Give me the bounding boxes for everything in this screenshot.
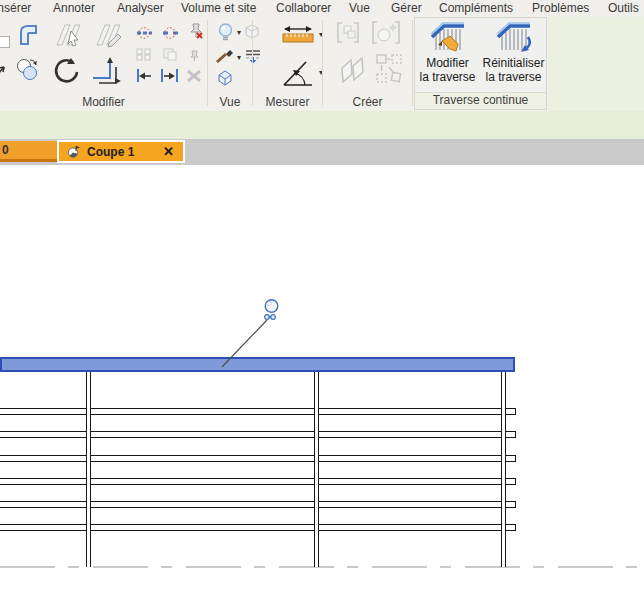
reset-rail-button[interactable]: Réinitialiser la traverse (481, 20, 546, 92)
pin-icon-glyph (188, 50, 201, 62)
measure-icon[interactable] (280, 25, 316, 48)
move-icon[interactable] (0, 61, 7, 83)
lightbulb-icon[interactable] (218, 23, 233, 46)
view-tab-label: Coupe 1 (87, 145, 163, 159)
modify-rail-label-line1: Modifier (426, 56, 469, 70)
brush-icon[interactable] (215, 48, 234, 68)
unpin-icon-glyph (186, 22, 204, 39)
panel-label-vue: Vue (208, 94, 252, 110)
menu-bar: Insérer Annoter Analyser Volume et site … (0, 0, 644, 17)
create-similar-icon[interactable] (371, 20, 401, 49)
rotate-icon-glyph (52, 56, 82, 84)
modify-rail-button[interactable]: Modifier la traverse (416, 20, 479, 92)
horizontal-rail[interactable] (0, 431, 516, 438)
menu-vue[interactable]: Vue (349, 0, 370, 17)
assembly-icon[interactable] (338, 55, 369, 90)
rotate-icon[interactable] (52, 56, 82, 88)
lightbulb-dropdown-icon[interactable]: ▾ (237, 29, 241, 37)
section-box-icon[interactable] (215, 69, 235, 90)
brush-icon-glyph (215, 48, 234, 64)
menu-analyser[interactable]: Analyser (117, 0, 164, 17)
cut-profile-icon-glyph (92, 22, 124, 48)
copy-icon[interactable] (14, 57, 42, 86)
menu-collaborer[interactable]: Collaborer (276, 0, 331, 17)
baluster-post[interactable] (86, 371, 91, 567)
reset-rail-label-line1: Réinitialiser (482, 56, 544, 70)
cope-icon[interactable] (16, 23, 46, 49)
baluster-post[interactable] (501, 371, 506, 567)
create-group-icon[interactable] (336, 21, 360, 48)
cut-geometry-icon-glyph (52, 22, 84, 48)
split-with-gap-icon[interactable] (162, 25, 179, 43)
brush-dropdown-icon[interactable]: ▾ (237, 54, 241, 62)
offset-icon[interactable] (90, 56, 122, 88)
delete-icon[interactable] (186, 69, 202, 87)
horizontal-rail[interactable] (0, 455, 516, 462)
trim-icon[interactable] (134, 68, 153, 87)
reset-rail-label-line2: la traverse (485, 70, 541, 84)
panel-label-traverse-continue: Traverse continue (415, 92, 546, 109)
unpin-icon[interactable] (186, 22, 204, 43)
delete-icon-glyph (186, 69, 202, 83)
panel-label-mesurer: Mesurer (253, 94, 322, 110)
section-box-icon-glyph (215, 69, 235, 86)
menu-inserer[interactable]: Insérer (0, 0, 31, 17)
ground-reference-line[interactable] (0, 566, 644, 568)
modify-rail-icon (429, 21, 467, 55)
cut-profile-icon[interactable] (92, 22, 124, 52)
trim-icon-glyph (134, 68, 153, 83)
assembly-icon-glyph (338, 55, 369, 86)
cope-icon-glyph (16, 23, 46, 45)
angle-icon[interactable] (281, 55, 315, 92)
parts-icon-glyph (375, 53, 404, 85)
menu-complements[interactable]: Compléments (439, 0, 513, 17)
view-tab-bar: 0 Coupe 1 ✕ (0, 139, 644, 165)
offset-icon-glyph (90, 56, 122, 84)
move-icon-glyph (0, 61, 7, 79)
copy-icon-glyph (14, 57, 42, 82)
extend-icon-glyph (159, 68, 180, 83)
baluster-post[interactable] (314, 371, 319, 567)
horizontal-rail[interactable] (0, 524, 516, 531)
horizontal-rail[interactable] (0, 501, 516, 508)
section-marker-icon (67, 145, 80, 158)
horizontal-rail[interactable] (0, 408, 516, 415)
lightbulb-icon-glyph (218, 23, 233, 42)
view-tab-coupe-1[interactable]: Coupe 1 ✕ (57, 140, 185, 163)
revit-window: { "menubar": { "items": ["Insérer","Anno… (0, 0, 644, 611)
split-element-icon-glyph (136, 26, 153, 39)
parts-icon[interactable] (375, 53, 404, 89)
create-group-icon-glyph (336, 21, 360, 44)
array-icon[interactable] (136, 47, 152, 65)
partial-button-icon[interactable] (0, 36, 10, 48)
leader-line (212, 315, 272, 371)
split-element-icon[interactable] (136, 25, 153, 43)
underlay-icon[interactable] (244, 49, 262, 68)
view-tab-partial[interactable]: 0 (0, 141, 59, 162)
extend-icon[interactable] (159, 68, 180, 87)
menu-volume-site[interactable]: Volume et site (181, 0, 256, 17)
group-small-icon-glyph (162, 48, 178, 61)
array-icon-glyph (136, 48, 152, 61)
drawing-area[interactable] (0, 165, 644, 611)
menu-outils[interactable]: Outils (608, 0, 639, 17)
group-small-icon[interactable] (162, 47, 178, 65)
options-bar (0, 111, 644, 139)
split-with-gap-icon-glyph (162, 26, 179, 39)
pin-icon[interactable] (188, 48, 201, 66)
angle-icon-glyph (281, 55, 315, 88)
cut-geometry-icon[interactable] (52, 22, 84, 52)
modify-rail-label-line2: la traverse (419, 70, 475, 84)
panel-separator (412, 20, 413, 106)
reset-rail-icon (495, 21, 533, 55)
menu-annoter[interactable]: Annoter (53, 0, 95, 17)
horizontal-rail[interactable] (0, 478, 516, 485)
create-similar-icon-glyph (371, 20, 401, 45)
edit-cursor-icon (262, 298, 280, 321)
tab-close-icon[interactable]: ✕ (163, 144, 174, 159)
traverse-continue-panel: Modifier la traverse Réinitialiser la tr… (414, 17, 547, 110)
menu-gerer[interactable]: Gérer (391, 0, 422, 17)
measure-icon-glyph (280, 25, 316, 44)
menu-problemes[interactable]: Problèmes (532, 0, 589, 17)
panel-label-modifier: Modifier (0, 94, 207, 110)
